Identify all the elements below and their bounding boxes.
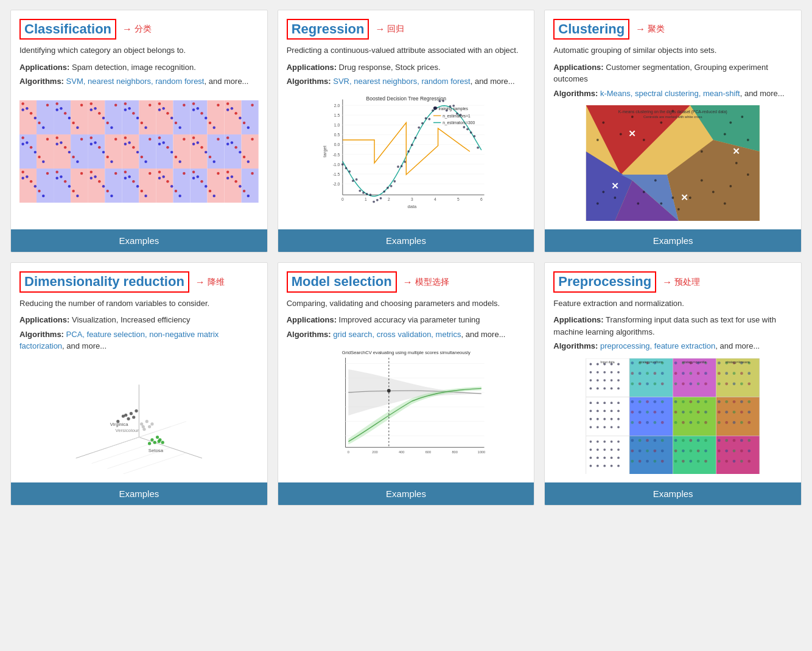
card-examples-button-regression[interactable]: Examples — [278, 229, 534, 252]
svg-point-407 — [639, 372, 642, 375]
card-title-preprocessing[interactable]: Preprocessing — [553, 271, 656, 292]
svg-point-64 — [234, 112, 237, 114]
svg-point-86 — [72, 156, 74, 158]
card-examples-button-dimensionality-reduction[interactable]: Examples — [11, 482, 267, 505]
card-arrow-label-model-selection: 模型选择 — [403, 277, 449, 288]
svg-point-433 — [718, 361, 721, 364]
card-title-model-selection[interactable]: Model selection — [287, 271, 397, 292]
svg-point-490 — [704, 400, 707, 403]
card-title-dimensionality-reduction[interactable]: Dimensionality reduction — [19, 271, 189, 292]
svg-point-562 — [690, 449, 693, 452]
svg-rect-31 — [139, 100, 156, 134]
svg-point-159 — [55, 176, 58, 179]
svg-point-279 — [473, 135, 475, 138]
card-title-row-classification: Classification分类 — [19, 19, 259, 40]
svg-point-556 — [682, 439, 685, 442]
svg-point-185 — [170, 185, 173, 187]
svg-point-440 — [733, 372, 736, 375]
svg-text:5: 5 — [457, 197, 460, 201]
svg-point-384 — [617, 363, 620, 365]
svg-point-34 — [132, 112, 135, 114]
svg-point-401 — [631, 361, 634, 364]
svg-point-406 — [631, 372, 634, 375]
svg-rect-190 — [190, 169, 207, 203]
svg-point-119 — [158, 142, 161, 145]
svg-point-248 — [365, 193, 368, 195]
svg-point-269 — [438, 100, 441, 102]
svg-point-460 — [597, 418, 599, 420]
svg-point-422 — [674, 372, 677, 375]
svg-rect-10 — [54, 100, 71, 134]
svg-point-83 — [60, 141, 62, 144]
svg-rect-485 — [673, 397, 716, 436]
svg-point-563 — [697, 449, 700, 452]
svg-point-263 — [418, 127, 420, 129]
svg-point-15 — [68, 117, 71, 119]
svg-point-568 — [697, 460, 700, 463]
svg-point-356 — [148, 442, 151, 445]
card-title-clustering[interactable]: Clustering — [553, 19, 629, 40]
svg-rect-432 — [716, 358, 760, 397]
svg-point-145 — [34, 185, 37, 187]
svg-point-495 — [704, 411, 707, 414]
svg-point-29 — [90, 108, 93, 111]
svg-point-258 — [400, 165, 402, 167]
svg-point-189 — [158, 176, 161, 179]
svg-point-559 — [704, 439, 707, 442]
svg-point-250 — [373, 201, 375, 203]
svg-point-182 — [158, 170, 161, 173]
svg-point-574 — [740, 439, 743, 442]
card-title-regression[interactable]: Regression — [287, 19, 369, 40]
card-regression: Regression回归Predicting a continuous-valu… — [278, 10, 535, 252]
svg-point-342 — [127, 417, 130, 420]
svg-rect-30 — [122, 100, 139, 134]
svg-point-479 — [661, 411, 664, 414]
svg-point-540 — [639, 439, 642, 442]
card-algs-model-selection: Algorithms: grid search, cross validatio… — [287, 329, 526, 341]
svg-point-152 — [55, 170, 58, 173]
card-examples-button-preprocessing[interactable]: Examples — [545, 482, 801, 505]
card-examples-button-clustering[interactable]: Examples — [545, 229, 801, 252]
svg-point-16 — [72, 122, 74, 124]
svg-point-299 — [643, 139, 645, 141]
svg-rect-416 — [673, 358, 716, 397]
svg-point-108 — [149, 138, 151, 140]
svg-text:Boosted Decision Tree Regressi: Boosted Decision Tree Regression — [366, 96, 446, 102]
svg-rect-50 — [190, 100, 207, 134]
svg-rect-554 — [673, 436, 716, 474]
svg-point-533 — [590, 465, 592, 467]
svg-point-197 — [212, 195, 215, 197]
svg-point-458 — [617, 409, 620, 412]
card-apps-classification: Applications: Spam detection, image reco… — [19, 61, 259, 74]
svg-point-557 — [690, 439, 693, 442]
svg-point-166 — [106, 190, 108, 192]
svg-point-500 — [704, 421, 707, 424]
svg-point-409 — [654, 372, 657, 375]
card-title-row-preprocessing: Preprocessing预处理 — [553, 271, 793, 292]
svg-rect-0 — [19, 100, 37, 134]
card-desc-preprocessing: Feature extraction and normalization. — [553, 298, 793, 310]
svg-rect-100 — [122, 134, 139, 169]
card-desc-classification: Identifying which category an object bel… — [19, 44, 259, 57]
svg-rect-91 — [105, 134, 122, 169]
svg-rect-131 — [242, 134, 259, 169]
card-examples-button-model-selection[interactable]: Examples — [278, 482, 534, 505]
svg-point-196 — [209, 190, 211, 192]
card-examples-button-classification[interactable]: Examples — [11, 229, 267, 252]
svg-point-8 — [46, 103, 49, 106]
svg-point-97 — [110, 160, 113, 162]
svg-point-423 — [682, 372, 685, 375]
svg-point-193 — [197, 175, 199, 178]
svg-point-156 — [72, 190, 74, 192]
svg-point-457 — [611, 409, 613, 412]
card-image-classification — [19, 94, 259, 209]
svg-point-178 — [149, 172, 151, 175]
svg-point-56 — [209, 122, 211, 124]
svg-rect-538 — [629, 436, 673, 474]
svg-point-582 — [726, 460, 729, 463]
svg-point-539 — [631, 439, 634, 442]
card-title-classification[interactable]: Classification — [19, 19, 116, 40]
svg-point-488 — [690, 400, 693, 403]
svg-point-12 — [55, 102, 58, 105]
svg-point-89 — [55, 142, 58, 145]
